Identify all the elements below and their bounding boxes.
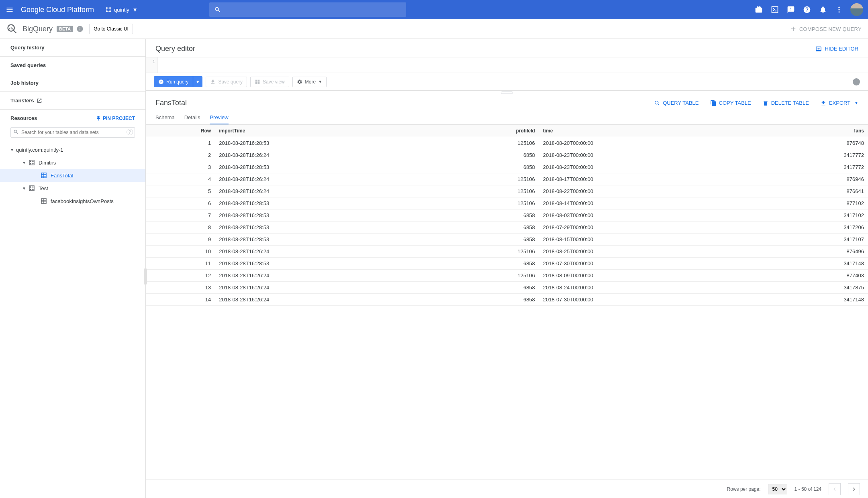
svg-point-11 — [30, 163, 31, 164]
prev-page-button[interactable] — [829, 483, 841, 495]
table-row[interactable]: 132018-08-28T16:26:2468582018-08-24T00:0… — [146, 282, 868, 294]
table-cell: 9 — [146, 234, 215, 246]
table-row[interactable]: 12018-08-28T16:28:531251062018-08-20T00:… — [146, 137, 868, 149]
table-cell: 2018-08-23T00:00:00 — [539, 149, 760, 161]
tab-preview[interactable]: Preview — [210, 111, 228, 124]
table-cell: 2018-07-30T00:00:00 — [539, 294, 760, 306]
feedback-icon[interactable] — [786, 5, 796, 14]
run-query-button[interactable]: Run query — [154, 76, 193, 87]
resources-search: ? — [10, 127, 135, 138]
table-header: FansTotal QUERY TABLE COPY TABLE DELETE … — [146, 95, 868, 111]
table-row[interactable]: 42018-08-28T16:26:241251062018-08-17T00:… — [146, 173, 868, 185]
dataset-icon — [28, 159, 35, 166]
table-cell: 2018-08-28T16:28:53 — [215, 137, 436, 149]
table-cell: 3417772 — [760, 161, 868, 173]
table-cell: 2018-08-28T16:26:24 — [215, 270, 436, 282]
cloud-shell-icon[interactable] — [770, 5, 780, 14]
hide-editor-button[interactable]: HIDE EDITOR — [815, 45, 858, 53]
query-status-icon — [853, 78, 860, 85]
chevron-down-icon[interactable]: ▼ — [20, 161, 28, 165]
user-avatar[interactable] — [850, 3, 863, 16]
query-table-button[interactable]: QUERY TABLE — [654, 100, 698, 106]
table-row[interactable]: 112018-08-28T16:28:5368582018-07-30T00:0… — [146, 258, 868, 270]
table-cell: 2018-08-24T00:00:00 — [539, 282, 760, 294]
save-query-button[interactable]: Save query — [206, 77, 247, 87]
table-row[interactable]: 32018-08-28T16:28:5368582018-08-23T00:00… — [146, 161, 868, 173]
help-icon[interactable] — [802, 5, 812, 14]
svg-point-5 — [838, 9, 839, 10]
table-cell: 14 — [146, 294, 215, 306]
tree-table-fanstotal[interactable]: FansTotal — [0, 169, 145, 182]
column-header: profileId — [436, 125, 539, 137]
sidebar-transfers[interactable]: Transfers — [0, 92, 145, 110]
tree-dataset-test[interactable]: ▼ Test — [0, 182, 145, 195]
export-button[interactable]: EXPORT ▼ — [820, 100, 858, 106]
svg-point-16 — [33, 187, 33, 187]
search-help-icon[interactable]: ? — [127, 129, 133, 135]
tree-dataset-dimitris[interactable]: ▼ Dimitris — [0, 156, 145, 169]
editor-resize-handle[interactable] — [146, 91, 868, 95]
table-cell: 2018-08-23T00:00:00 — [539, 161, 760, 173]
editor-line-number: 1 — [146, 57, 158, 73]
compose-query-button[interactable]: COMPOSE NEW QUERY — [790, 25, 862, 33]
product-title: BigQuery — [22, 25, 53, 33]
run-query-dropdown[interactable]: ▾ — [193, 76, 202, 87]
table-row[interactable]: 92018-08-28T16:28:5368582018-08-15T00:00… — [146, 234, 868, 246]
table-cell: 7 — [146, 209, 215, 222]
table-cell: 876641 — [760, 185, 868, 197]
table-cell: 2018-08-28T16:26:24 — [215, 173, 436, 185]
column-header: Row — [146, 125, 215, 137]
sql-editor[interactable]: 1 — [146, 57, 868, 73]
copy-table-button[interactable]: COPY TABLE — [710, 100, 751, 106]
classic-ui-button[interactable]: Go to Classic UI — [89, 24, 133, 34]
save-view-button[interactable]: Save view — [250, 77, 289, 87]
table-cell: 6858 — [436, 282, 539, 294]
table-cell: 125106 — [436, 137, 539, 149]
gift-icon[interactable] — [754, 5, 764, 14]
table-row[interactable]: 62018-08-28T16:28:531251062018-08-14T00:… — [146, 197, 868, 209]
sidebar-saved-queries[interactable]: Saved queries — [0, 57, 145, 74]
global-search[interactable] — [209, 2, 406, 17]
svg-point-21 — [655, 101, 658, 104]
table-title: FansTotal — [155, 99, 654, 107]
table-row[interactable]: 52018-08-28T16:26:241251062018-08-22T00:… — [146, 185, 868, 197]
chevron-down-icon[interactable]: ▼ — [8, 148, 16, 152]
editor-textarea[interactable] — [158, 57, 868, 73]
notifications-icon[interactable] — [818, 5, 828, 14]
next-page-button[interactable] — [848, 483, 860, 495]
more-vert-icon[interactable] — [834, 5, 844, 14]
sidebar-job-history[interactable]: Job history — [0, 74, 145, 92]
svg-point-17 — [30, 189, 31, 190]
delete-table-button[interactable]: DELETE TABLE — [762, 100, 809, 106]
tab-schema[interactable]: Schema — [155, 111, 175, 124]
gcp-logo[interactable]: Google Cloud Platform — [21, 6, 94, 14]
tab-details[interactable]: Details — [184, 111, 200, 124]
hamburger-menu-icon[interactable] — [5, 5, 14, 14]
table-cell: 6858 — [436, 161, 539, 173]
table-cell: 6858 — [436, 209, 539, 222]
table-row[interactable]: 72018-08-28T16:28:5368582018-08-03T00:00… — [146, 209, 868, 222]
svg-point-12 — [33, 163, 33, 164]
table-row[interactable]: 142018-08-28T16:26:2468582018-07-30T00:0… — [146, 294, 868, 306]
sidebar-query-history[interactable]: Query history — [0, 39, 145, 57]
sidebar-resize-handle[interactable] — [144, 268, 147, 285]
tree-project[interactable]: ▼ quintly.com:quintly-1 — [0, 143, 145, 156]
table-row[interactable]: 82018-08-28T16:28:5368582018-07-29T00:00… — [146, 222, 868, 234]
table-cell: 2018-08-28T16:26:24 — [215, 149, 436, 161]
info-icon[interactable] — [76, 25, 84, 33]
chevron-down-icon[interactable]: ▼ — [20, 186, 28, 191]
rows-per-page-select[interactable]: 50 — [768, 484, 787, 494]
table-cell: 2 — [146, 149, 215, 161]
project-selector[interactable]: quintly ▼ — [102, 5, 141, 14]
column-header: fans — [760, 125, 868, 137]
pin-project-button[interactable]: PIN PROJECT — [96, 116, 135, 121]
table-cell: 2018-08-28T16:26:24 — [215, 185, 436, 197]
table-row[interactable]: 22018-08-28T16:26:2468582018-08-23T00:00… — [146, 149, 868, 161]
more-button[interactable]: More ▼ — [292, 77, 327, 87]
table-row[interactable]: 122018-08-28T16:26:241251062018-08-09T00… — [146, 270, 868, 282]
resources-search-input[interactable] — [10, 127, 135, 138]
global-search-input[interactable] — [221, 6, 401, 13]
tree-table-facebook[interactable]: facebookInsightsOwnPosts — [0, 195, 145, 207]
svg-point-10 — [33, 161, 33, 162]
table-row[interactable]: 102018-08-28T16:26:241251062018-08-25T00… — [146, 246, 868, 258]
